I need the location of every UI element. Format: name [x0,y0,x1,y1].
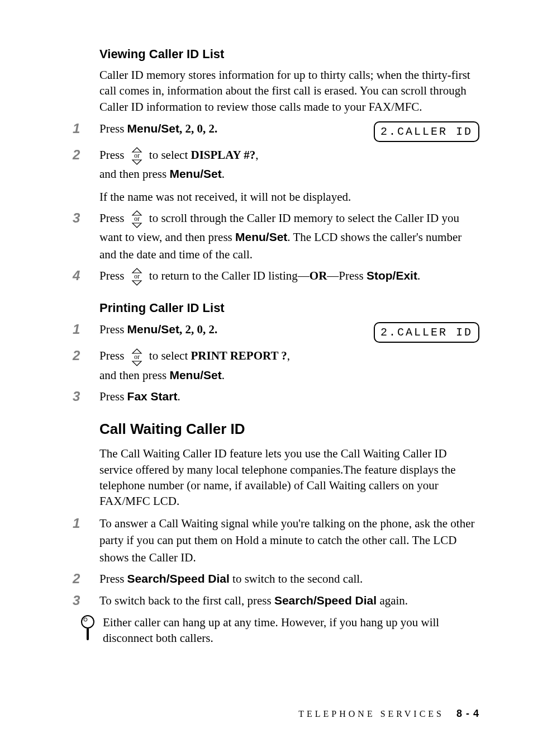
step-4: 4 Press to return to the Caller ID listi… [73,267,479,286]
heading-printing-caller-id: Printing Caller ID List [99,301,479,315]
text: To answer a Call Waiting signal while yo… [99,515,479,566]
text: to select [146,148,191,162]
text: Press [99,323,127,336]
print-step-1: 1 Press Menu/Set, 2, 0, 2. 2.CALLER ID [73,321,479,343]
text: —Press [327,269,367,282]
tip-text: Either caller can hang up at any time. H… [103,615,479,646]
heading-viewing-caller-id: Viewing Caller ID List [99,47,479,62]
up-down-or-icon [129,267,145,286]
call-waiting-intro: The Call Waiting Caller ID feature lets … [99,446,479,509]
step-number: 1 [73,321,99,337]
search-speed-dial-label: Search/Speed Dial [274,594,377,607]
up-down-or-icon [129,210,145,229]
heading-call-waiting: Call Waiting Caller ID [99,420,479,438]
page: Viewing Caller ID List Caller ID memory … [0,0,533,753]
key-sequence: , 2, 0, 2. [179,323,217,336]
text: . [417,269,420,282]
step-number: 3 [73,388,99,404]
step-number: 1 [73,515,99,531]
fax-start-label: Fax Start [127,390,178,403]
intro-paragraph: Caller ID memory stores information for … [99,67,479,115]
text: to return to the Caller ID listing— [146,269,310,282]
tip-note: Either caller can hang up at any time. H… [78,615,479,646]
text: Press [99,390,127,403]
cw-step-3: 3 To switch back to the first call, pres… [73,592,479,609]
cw-step-1: 1 To answer a Call Waiting signal while … [73,515,479,566]
step-number: 2 [73,147,99,162]
display-no-label: DISPLAY #? [191,148,255,162]
up-down-or-icon [129,147,145,166]
step-number: 1 [73,120,99,136]
menu-set-label: Menu/Set [127,122,179,135]
step-number: 3 [73,592,99,608]
lcd-display: 2.CALLER ID [374,322,479,343]
step-number: 2 [73,347,99,363]
print-report-label: PRINT REPORT ? [191,349,287,362]
text: Press [99,148,127,162]
text: Press [99,122,127,135]
text: , [287,349,290,362]
step-3: 3 Press to scroll through the Caller ID … [73,210,479,263]
text: . [222,368,225,382]
menu-set-label: Menu/Set [169,368,221,381]
text: Press [99,211,127,225]
or-label: OR [310,269,327,282]
menu-set-label: Menu/Set [127,323,179,336]
step-number: 3 [73,210,99,225]
print-step-3: 3 Press Fax Start. [73,388,479,405]
page-footer: TELEPHONE SERVICES8 - 4 [73,708,479,720]
text: Press [99,349,127,362]
step-1: 1 Press Menu/Set, 2, 0, 2. 2.CALLER ID [73,120,479,142]
stop-exit-label: Stop/Exit [367,269,417,282]
text: . [177,390,180,403]
key-sequence: , 2, 0, 2. [179,122,217,135]
text: and then press [99,368,169,382]
text: Press [99,572,127,585]
step-2: 2 Press to select DISPLAY #?, and then p… [73,147,479,205]
text: To switch back to the first call, press [99,594,274,607]
step-number: 2 [73,570,99,586]
menu-set-label: Menu/Set [235,230,287,243]
footer-section-label: TELEPHONE SERVICES [298,709,444,719]
text: again. [377,594,408,607]
text: to switch to the second call. [230,572,363,585]
lcd-display: 2.CALLER ID [374,121,479,142]
tip-icon [78,615,97,642]
text: . [222,167,225,181]
step-number: 4 [73,267,99,283]
note-text: If the name was not received, it will no… [99,188,479,205]
up-down-or-icon [129,348,145,367]
cw-step-2: 2 Press Search/Speed Dial to switch to t… [73,570,479,587]
search-speed-dial-label: Search/Speed Dial [127,572,230,585]
text: Press [99,269,127,282]
text: and then press [99,167,169,181]
text: to select [146,349,191,362]
footer-page-number: 8 - 4 [456,708,479,719]
text: , [255,148,258,162]
menu-set-label: Menu/Set [169,167,221,180]
print-step-2: 2 Press to select PRINT REPORT ?, and th… [73,347,479,384]
